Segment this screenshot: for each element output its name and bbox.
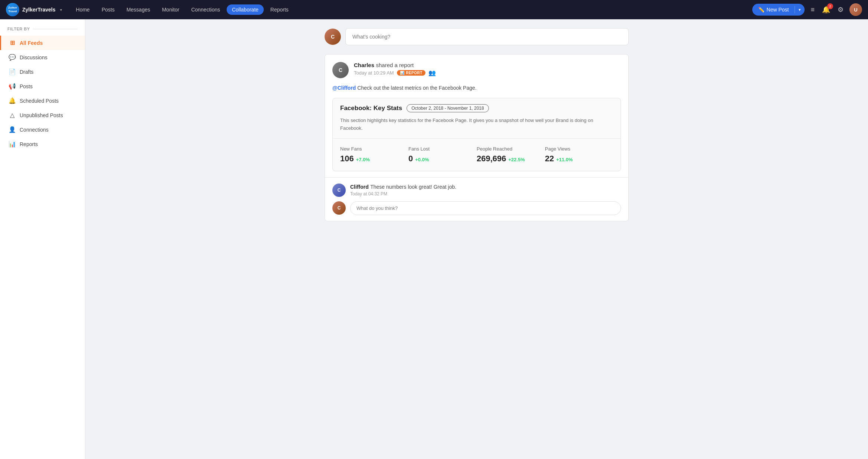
- nav-connections[interactable]: Connections: [186, 4, 225, 15]
- stat-people-reached-label: People Reached: [477, 146, 545, 152]
- stat-fans-lost-change: +0.0%: [415, 157, 429, 162]
- sidebar-item-discussions[interactable]: 💬 Discussions: [0, 50, 85, 65]
- sidebar-label-posts: Posts: [20, 83, 33, 89]
- comment-author-name: Clifford: [350, 184, 369, 190]
- settings-button[interactable]: ⚙: [836, 4, 845, 15]
- sidebar-item-drafts[interactable]: 📄 Drafts: [0, 65, 85, 79]
- chat-icon: 💬: [9, 54, 16, 61]
- nav-collaborate[interactable]: Collaborate: [227, 4, 264, 15]
- stat-fans-lost-label: Fans Lost: [408, 146, 477, 152]
- stat-page-views: Page Views 22 +11.0%: [545, 146, 613, 164]
- post-meta: Charles shared a report Today at 10:29 A…: [354, 62, 621, 76]
- brand-name: ZylkerTravels: [22, 7, 56, 13]
- sidebar-item-connections[interactable]: 👤 Connections: [0, 122, 85, 137]
- stat-new-fans-label: New Fans: [340, 146, 408, 152]
- nav-messages[interactable]: Messages: [121, 4, 155, 15]
- comment-time: Today at 04:32 PM: [350, 191, 621, 197]
- post-text: @Clifford Check out the latest metrics o…: [332, 84, 621, 92]
- comments-section: C Clifford These numbers look great! Gre…: [325, 177, 628, 221]
- main-content: C C Charles shared a report Today at 10:…: [85, 19, 868, 459]
- stat-people-reached-value: 269,696 +22.5%: [477, 154, 545, 164]
- stat-new-fans: New Fans 106 +7.0%: [340, 146, 408, 164]
- notifications-button[interactable]: 🔔 2: [821, 4, 832, 15]
- report-title-row: Facebook: Key Stats October 2, 2018 - No…: [333, 98, 621, 117]
- post-message: Check out the latest metrics on the Face…: [356, 85, 476, 91]
- post-card: C Charles shared a report Today at 10:29…: [325, 54, 629, 221]
- sidebar-item-reports[interactable]: 📊 Reports: [0, 137, 85, 151]
- post-author-name: Charles: [354, 62, 374, 68]
- nav-right-actions: ✏️ New Post ▾ ≡ 🔔 2 ⚙ U: [752, 3, 862, 16]
- people-icon: 👤: [9, 126, 16, 133]
- bar-chart-icon: 📊: [400, 71, 405, 75]
- post-action-text: shared a report: [376, 62, 414, 68]
- comment-author-avatar: C: [332, 184, 346, 197]
- sidebar-label-drafts: Drafts: [20, 69, 33, 75]
- chart-icon: 📊: [9, 141, 16, 148]
- notification-badge: 2: [827, 3, 833, 9]
- post-subtitle: Today at 10:29 AM 📊 REPORT 👥: [354, 69, 621, 76]
- sidebar-item-scheduled-posts[interactable]: 🔔 Scheduled Posts: [0, 93, 85, 108]
- pencil-icon: ✏️: [758, 7, 765, 13]
- report-description: This section highlights key statistics f…: [333, 117, 621, 139]
- post-time: Today at 10:29 AM: [354, 70, 394, 76]
- brand-logo-area[interactable]: Zulker Travel ZylkerTravels ▾: [6, 3, 62, 16]
- stat-page-views-change: +11.0%: [556, 157, 572, 162]
- stat-people-reached: People Reached 269,696 +22.5%: [477, 146, 545, 164]
- nav-reports[interactable]: Reports: [265, 4, 294, 15]
- compose-input[interactable]: [345, 28, 629, 45]
- stats-row: New Fans 106 +7.0% Fans Lost 0 +0.0%: [333, 139, 621, 171]
- report-type-badge: 📊 REPORT: [397, 70, 425, 76]
- post-mention[interactable]: @Clifford: [332, 85, 356, 91]
- report-badge-label: REPORT: [406, 71, 423, 75]
- sidebar-label-unpublished-posts: Unpublished Posts: [20, 112, 63, 118]
- sidebar-label-discussions: Discussions: [20, 55, 47, 60]
- stat-fans-lost: Fans Lost 0 +0.0%: [408, 146, 477, 164]
- report-date-range: October 2, 2018 - November 1, 2018: [407, 104, 489, 112]
- stat-page-views-value: 22 +11.0%: [545, 154, 613, 164]
- sidebar-label-scheduled-posts: Scheduled Posts: [20, 98, 59, 104]
- grid-icon: ⊞: [9, 39, 16, 46]
- stat-people-reached-change: +22.5%: [509, 157, 525, 162]
- nav-links: Home Posts Messages Monitor Connections …: [71, 4, 752, 15]
- sidebar-label-reports: Reports: [20, 141, 38, 147]
- triangle-icon: △: [9, 112, 16, 119]
- app-layout: FILTER BY ⊞ All Feeds 💬 Discussions 📄 Dr…: [0, 19, 868, 459]
- content-column: C C Charles shared a report Today at 10:…: [325, 28, 629, 221]
- nav-posts[interactable]: Posts: [96, 4, 120, 15]
- new-post-button[interactable]: ✏️ New Post ▾: [752, 4, 805, 16]
- reply-input[interactable]: [350, 201, 621, 215]
- sidebar-label-connections: Connections: [20, 127, 49, 133]
- comment-clifford: C Clifford These numbers look great! Gre…: [332, 184, 621, 197]
- new-post-label-area: ✏️ New Post: [752, 4, 795, 16]
- sidebar-item-posts[interactable]: 📢 Posts: [0, 79, 85, 93]
- new-post-label: New Post: [767, 7, 789, 13]
- sidebar-item-all-feeds[interactable]: ⊞ All Feeds: [0, 36, 85, 50]
- filter-label: FILTER BY: [0, 27, 85, 36]
- bell-icon: 🔔: [9, 97, 16, 104]
- reply-user-avatar: C: [332, 201, 346, 215]
- report-card: Facebook: Key Stats October 2, 2018 - No…: [332, 98, 621, 171]
- user-avatar[interactable]: U: [849, 3, 862, 16]
- compose-area: C: [325, 28, 629, 45]
- brand-chevron-icon: ▾: [60, 8, 62, 12]
- stat-new-fans-value: 106 +7.0%: [340, 154, 408, 164]
- comment-text: These numbers look great! Great job.: [370, 184, 456, 190]
- post-body: @Clifford Check out the latest metrics o…: [325, 78, 628, 92]
- sidebar-item-unpublished-posts[interactable]: △ Unpublished Posts: [0, 108, 85, 122]
- stat-new-fans-change: +7.0%: [356, 157, 370, 162]
- comment-body: Clifford These numbers look great! Great…: [350, 184, 621, 197]
- stat-fans-lost-value: 0 +0.0%: [408, 154, 477, 164]
- brand-logo-icon: Zulker Travel: [6, 3, 19, 16]
- top-navigation: Zulker Travel ZylkerTravels ▾ Home Posts…: [0, 0, 868, 19]
- menu-icon-button[interactable]: ≡: [809, 4, 816, 15]
- sidebar: FILTER BY ⊞ All Feeds 💬 Discussions 📄 Dr…: [0, 19, 85, 459]
- compose-user-avatar: C: [325, 29, 341, 45]
- nav-monitor[interactable]: Monitor: [157, 4, 185, 15]
- nav-home[interactable]: Home: [71, 4, 95, 15]
- draft-icon: 📄: [9, 68, 16, 75]
- reply-area: C: [332, 201, 621, 215]
- sidebar-label-all-feeds: All Feeds: [20, 40, 43, 46]
- post-author-avatar: C: [332, 62, 349, 78]
- mention-icon: 👥: [428, 69, 436, 76]
- dropdown-arrow-icon[interactable]: ▾: [795, 4, 805, 15]
